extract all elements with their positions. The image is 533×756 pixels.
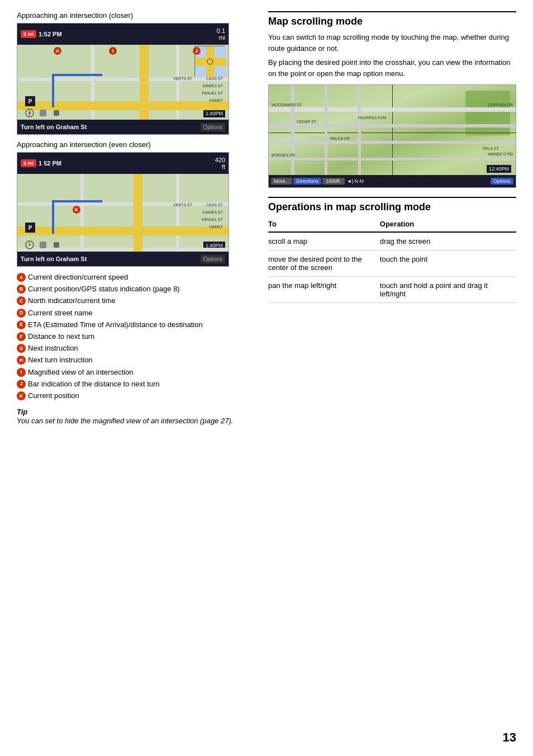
time-label-2: 1 52 PM [39,160,61,167]
more-btn[interactable]: More... [271,178,292,185]
legend-circle-h: H [17,356,26,365]
compass-icon-2 [25,240,34,249]
scroll-road-v2 [325,85,327,175]
dist-btn: 1000ft. [322,178,345,185]
map-label-K: K [73,206,80,214]
legend-circle-i: I [17,368,26,377]
scroll-road-h4 [269,158,516,160]
speed-label-2: 5 mi [23,160,34,166]
legend-circle-k: K [17,391,26,400]
street-label-dawes: DAWES ST [203,84,223,88]
parking-icon-1: P [25,96,35,106]
legend-text-a: Current direction/current speed [28,272,128,282]
scroll-street-nalda: NALDA DR [330,136,350,140]
speaker-icon: ◄) [347,178,354,184]
legend-circle-e: E [17,320,26,329]
legend-item-i: IMagnified view of an intersection [17,367,251,377]
svg-rect-8 [54,110,59,116]
speed-box-2: 5 mi [21,159,36,167]
legend-item-b: BCurrent position/GPS status indication … [17,284,251,294]
legend-text-g: Next instruction [28,343,78,353]
time-label-1: 1:52 PM [39,31,62,37]
ops-op-0: drag the screen [380,232,516,251]
scroll-road-h1 [269,107,516,112]
street-label2-verts: VERTS ST [173,203,192,207]
legend-text-b: Current position/GPS status indication (… [28,284,180,294]
ops-table: To Operation scroll a mapdrag the screen… [268,218,516,303]
caption-1: Approaching an intersection (closer) [17,11,251,20]
legend-circle-b: B [17,285,26,294]
dist-right-2: 420ft [215,157,225,170]
minor-road-h1 [17,78,229,81]
route-line-v1 [52,74,54,107]
page-layout: Approaching an intersection (closer) CAS… [17,11,516,426]
legend-circle-j: J [17,380,26,389]
legend-item-e: EETA (Estimated Time of Arrival)/distanc… [17,320,251,330]
parking-icon-2: P [25,223,35,233]
street-name-1: Turn left on Graham St [21,124,201,130]
options-btn-scroll[interactable]: Options [491,178,513,185]
map-scrolling-desc1: You can switch to map scrolling mode by … [268,32,516,54]
scroll-street-hazarss: HAZARSS FCM [358,116,386,120]
legend-item-a: ACurrent direction/current speed [17,272,251,282]
tip-text: You can set to hide the magnified view o… [17,416,251,426]
nav-map-2: CASS ST DAWES ST FANUEL ST HAMST VERTS S… [17,152,229,267]
street-label2-fanuel: FANUEL ST [202,218,223,221]
flag-icon-2 [39,240,47,249]
speed-box-1: 5 mi [21,30,36,38]
street-label-hamst: HAMST [210,98,223,102]
ops-op-2: touch and hold a point and drag it left/… [380,277,516,303]
scroll-street-cofflen: COFFLEN DR [488,103,513,107]
options-btn-1: Options [201,123,225,131]
scroll-street-wanee: WANEE O RD [488,152,513,156]
legend-text-e: ETA (Estimated Time of Arrival)/distance… [28,320,203,330]
street-label-verts: VERTS ST [173,77,192,81]
legend-item-k: KCurrent position [17,391,251,401]
legend-text-j: Bar indication of the distance to next t… [28,379,160,389]
main-road-h-2 [17,226,229,235]
map-scrolling-desc2: By placing the desired point into the cr… [268,57,516,79]
legend-item-h: HNext turn instruction [17,355,251,365]
right-column: Map scrolling mode You can switch to map… [268,11,516,426]
legend-circle-d: D [17,309,26,318]
nav-bottom-bar-1: Turn left on Graham St Options [17,120,229,134]
street-label2-hamst: HAMST [210,225,223,229]
legend-text-d: Current street name [28,308,93,318]
ops-to-1: move the desired point to the center of … [268,251,380,277]
scroll-map-bottom: More... Directions 1000ft. ◄) N M Option… [269,175,516,187]
svg-rect-11 [40,242,46,248]
scroll-road-h3 [269,141,516,144]
legend-item-j: JBar indication of the distance to next … [17,379,251,389]
scroll-map-container: WOODWARD ST COFFLEN DR CEDAR ST BORDEN D… [268,84,516,188]
route-line-v2 [52,200,54,234]
main-road-v-2 [134,174,142,252]
time-overlay-1: 1:40PM [203,110,225,117]
tip-label: Tip [17,408,251,416]
directions-btn[interactable]: Directions [293,178,321,185]
map-scrolling-title: Map scrolling mode [268,11,516,27]
page-number: 13 [503,730,516,745]
scroll-time-overlay: 12:40PM [487,165,511,173]
svg-marker-10 [28,242,31,246]
legend-text-i: Magnified view of an intersection [28,367,134,377]
ops-title: Operations in map scrolling mode [268,197,516,213]
scroll-street-borden: BORDEN DR [272,153,295,157]
svg-rect-12 [54,242,59,248]
caption-2: Approaching an intersection (even closer… [17,140,251,149]
nav-top-bar-1: 5 mi 1:52 PM 0.1mi [17,23,229,45]
legend-text-f: Distance to next turn [28,332,94,342]
ops-row-2: pan the map left/righttouch and hold a p… [268,277,516,303]
nav-map-1: CASS ST DAWES ST FANUEL ST HAMST VERTS S… [17,23,229,135]
street-label-fanuel: FANUEL ST [202,91,223,95]
ops-row-1: move the desired point to the center of … [268,251,516,277]
street-name-2: Turn left on Graham St [21,256,201,262]
ops-op-1: touch the point [380,251,516,277]
extra-icon-1 [52,108,61,117]
legend-circle-g: G [17,344,26,353]
legend-list: ACurrent direction/current speedBCurrent… [17,272,251,401]
scroll-street-woodward: WOODWARD ST [272,103,302,107]
tip-section: Tip You can set to hide the magnified vi… [17,408,251,426]
main-road-v-1 [140,45,149,120]
left-column: Approaching an intersection (closer) CAS… [17,11,251,426]
scroll-map-green-area [465,91,510,135]
